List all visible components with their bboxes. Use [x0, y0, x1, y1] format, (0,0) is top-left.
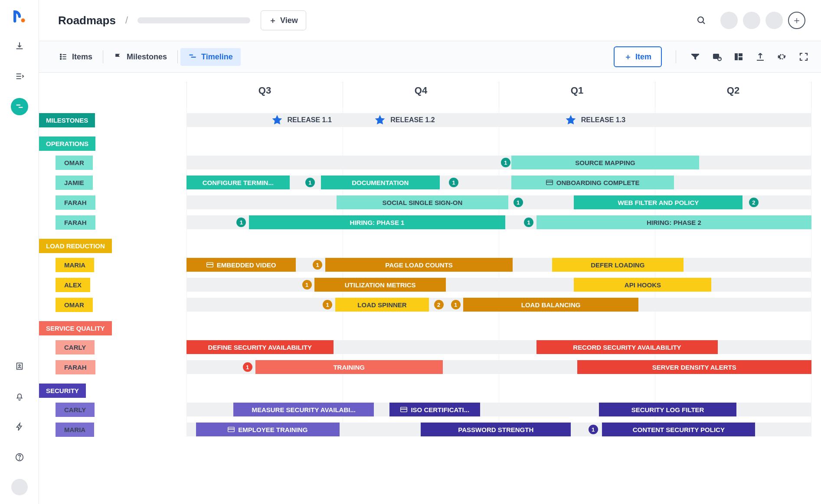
flag-icon: [114, 52, 122, 61]
timeline-bar[interactable]: LOAD BALANCING: [463, 298, 638, 312]
timeline-bar[interactable]: CONFIGURE TERMIN...: [186, 176, 290, 189]
assignee-row: MARIAEMBEDDED VIDEOPAGE LOAD COUNTSDEFER…: [39, 257, 811, 273]
count-chip[interactable]: 2: [749, 198, 759, 207]
count-chip[interactable]: 1: [302, 280, 312, 289]
tab-timeline[interactable]: Timeline: [180, 48, 241, 66]
timeline-bar[interactable]: LOAD SPINNER: [335, 298, 429, 312]
timeline-bar[interactable]: HIRING: PHASE 2: [536, 215, 811, 229]
group-label: SERVICE QUALITY: [39, 321, 112, 335]
help-icon[interactable]: [11, 449, 28, 466]
export-icon[interactable]: [755, 52, 765, 62]
count-chip[interactable]: 1: [589, 425, 598, 434]
timeline-icon[interactable]: [11, 98, 28, 115]
link-settings-icon[interactable]: [712, 52, 722, 62]
timeline-bar[interactable]: UTILIZATION METRICS: [314, 278, 446, 292]
assignee-label: FARAH: [56, 360, 95, 374]
count-chip[interactable]: 1: [501, 158, 510, 167]
svg-point-10: [718, 57, 721, 61]
timeline-bar[interactable]: EMPLOYEE TRAINING: [196, 423, 340, 436]
assignee-row: CARLYDEFINE SECURITY AVAILABILITYRECORD …: [39, 339, 811, 355]
timeline-bar[interactable]: SOCIAL SINGLE SIGN-ON: [337, 195, 508, 209]
group-row: SERVICE QUALITY: [39, 320, 811, 336]
group-row: LOAD REDUCTION: [39, 237, 811, 254]
header-avatar-2[interactable]: [743, 12, 760, 29]
count-chip[interactable]: 1: [323, 300, 332, 309]
timeline-bar[interactable]: DOCUMENTATION: [321, 176, 440, 189]
bolt-icon[interactable]: [11, 418, 28, 436]
timeline-bar[interactable]: ISO CERTIFICATI...: [389, 403, 480, 416]
layout-icon[interactable]: [733, 52, 744, 62]
svg-rect-19: [401, 409, 407, 410]
count-chip[interactable]: 1: [449, 178, 458, 187]
assignee-row: OMARSOURCE MAPPING1: [39, 154, 811, 171]
milestone[interactable]: RELEASE 1.3: [565, 113, 625, 127]
group-row: SECURITY: [39, 382, 811, 399]
bar-label: CONFIGURE TERMIN...: [203, 179, 274, 186]
count-chip[interactable]: 1: [451, 300, 461, 309]
timeline-bar[interactable]: PAGE LOAD COUNTS: [325, 258, 513, 272]
bar-label: LOAD BALANCING: [521, 301, 581, 309]
svg-point-7: [60, 56, 62, 58]
assignee-row: CARLYMEASURE SECURITY AVAILABI...ISO CER…: [39, 401, 811, 418]
bar-label: UTILIZATION METRICS: [345, 281, 416, 289]
filter-icon[interactable]: [690, 52, 700, 62]
count-chip[interactable]: 1: [236, 218, 246, 227]
column-q3: Q3: [186, 81, 343, 107]
count-chip[interactable]: 1: [524, 218, 533, 227]
timeline-bar[interactable]: MEASURE SECURITY AVAILABI...: [233, 403, 374, 416]
count-chip[interactable]: 1: [305, 178, 315, 187]
gear-icon[interactable]: [777, 52, 787, 62]
card-icon: [546, 179, 553, 185]
timeline-bar[interactable]: TRAINING: [255, 360, 443, 374]
timeline-bar[interactable]: EMBEDDED VIDEO: [186, 258, 296, 272]
count-chip[interactable]: 1: [243, 362, 252, 372]
count-chip[interactable]: 1: [313, 260, 322, 270]
svg-rect-17: [206, 264, 213, 265]
milestone[interactable]: RELEASE 1.1: [271, 113, 332, 127]
timeline-bar[interactable]: DEFER LOADING: [552, 258, 684, 272]
contacts-icon[interactable]: [11, 358, 28, 375]
add-view-button[interactable]: ＋ View: [261, 10, 306, 30]
timeline-bar[interactable]: DEFINE SECURITY AVAILABILITY: [186, 340, 334, 354]
svg-rect-21: [228, 429, 235, 429]
bell-icon[interactable]: [11, 388, 28, 405]
timeline-bar[interactable]: SERVER DENSITY ALERTS: [577, 360, 811, 374]
svg-rect-13: [739, 57, 742, 60]
bar-label: EMPLOYEE TRAINING: [238, 426, 307, 433]
tab-items[interactable]: Items: [51, 48, 100, 66]
download-icon[interactable]: [11, 37, 28, 55]
timeline-bar[interactable]: ONBOARDING COMPLETE: [511, 176, 674, 189]
tab-milestones-label: Milestones: [127, 52, 167, 62]
bar-label: SOURCE MAPPING: [575, 159, 635, 166]
timeline-bar[interactable]: RECORD SECURITY AVAILABILITY: [536, 340, 718, 354]
list-icon[interactable]: [11, 68, 28, 85]
add-member-button[interactable]: ＋: [788, 12, 805, 29]
timeline-bar[interactable]: SECURITY LOG FILTER: [599, 403, 736, 416]
timeline-bar[interactable]: SOURCE MAPPING: [511, 156, 699, 169]
breadcrumb-separator: /: [125, 15, 128, 26]
avatar[interactable]: [11, 479, 28, 495]
count-chip[interactable]: 1: [514, 198, 523, 207]
timeline-bar[interactable]: PASSWORD STRENGTH: [421, 423, 571, 436]
search-icon[interactable]: [696, 15, 707, 26]
timeline-bar[interactable]: API HOOKS: [574, 278, 711, 292]
track: TRAININGSERVER DENSITY ALERTS1: [186, 360, 811, 374]
header-avatar-1[interactable]: [720, 12, 738, 29]
card-icon: [206, 262, 213, 268]
track: DEFINE SECURITY AVAILABILITYRECORD SECUR…: [186, 340, 811, 354]
timeline-bar[interactable]: HIRING: PHASE 1: [249, 215, 505, 229]
timeline-bar[interactable]: CONTENT SECURITY POLICY: [602, 423, 755, 436]
tab-milestones[interactable]: Milestones: [106, 48, 175, 66]
assignee-label: CARLY: [56, 340, 95, 354]
group-label: SECURITY: [39, 384, 86, 398]
column-q4: Q4: [343, 81, 499, 107]
header-avatar-3[interactable]: [765, 12, 783, 29]
timeline-bar[interactable]: WEB FILTER AND POLICY: [574, 195, 742, 209]
add-item-button[interactable]: ＋ Item: [614, 46, 662, 67]
bar-label: LOAD SPINNER: [357, 301, 406, 309]
assignee-row: FARAHSOCIAL SINGLE SIGN-ONWEB FILTER AND…: [39, 194, 811, 211]
count-chip[interactable]: 2: [434, 300, 444, 309]
milestone[interactable]: RELEASE 1.2: [374, 113, 435, 127]
track: MEASURE SECURITY AVAILABI...ISO CERTIFIC…: [186, 403, 811, 416]
expand-icon[interactable]: [798, 52, 809, 62]
